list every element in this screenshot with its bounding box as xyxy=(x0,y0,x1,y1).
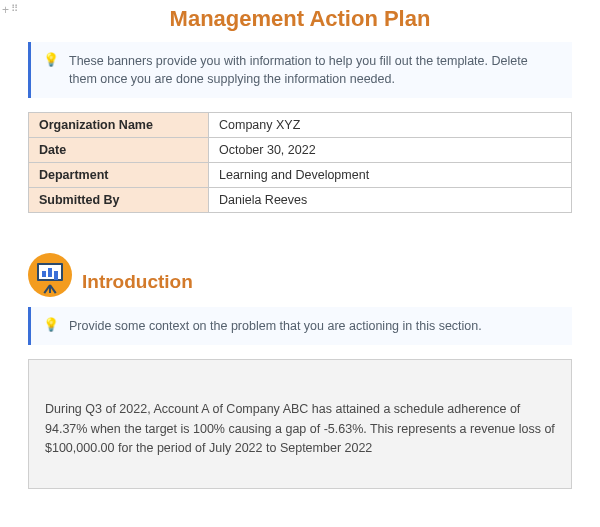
table-row: Date October 30, 2022 xyxy=(29,138,572,163)
document-page: Management Action Plan 💡 These banners p… xyxy=(0,0,600,489)
info-value[interactable]: Daniela Reeves xyxy=(209,188,572,213)
context-text-block[interactable]: During Q3 of 2022, Account A of Company … xyxy=(28,359,572,489)
add-block-icon[interactable]: + xyxy=(2,4,9,16)
info-label[interactable]: Organization Name xyxy=(29,113,209,138)
banner-text: Provide some context on the problem that… xyxy=(69,317,482,335)
info-label[interactable]: Submitted By xyxy=(29,188,209,213)
info-value[interactable]: Company XYZ xyxy=(209,113,572,138)
presentation-chart-icon xyxy=(28,253,72,297)
info-table[interactable]: Organization Name Company XYZ Date Octob… xyxy=(28,112,572,213)
info-label[interactable]: Date xyxy=(29,138,209,163)
page-title: Management Action Plan xyxy=(28,0,572,42)
grip-icon[interactable]: ⠿ xyxy=(11,4,17,16)
lightbulb-icon: 💡 xyxy=(43,317,59,334)
table-row: Submitted By Daniela Reeves xyxy=(29,188,572,213)
info-value[interactable]: Learning and Development xyxy=(209,163,572,188)
section-title: Introduction xyxy=(82,257,193,293)
info-banner-top[interactable]: 💡 These banners provide you with informa… xyxy=(28,42,572,98)
banner-text: These banners provide you with informati… xyxy=(69,52,558,88)
lightbulb-icon: 💡 xyxy=(43,52,59,69)
block-drag-handle[interactable]: + ⠿ xyxy=(2,4,17,16)
context-body[interactable]: During Q3 of 2022, Account A of Company … xyxy=(45,400,555,458)
info-label[interactable]: Department xyxy=(29,163,209,188)
table-row: Department Learning and Development xyxy=(29,163,572,188)
section-header-introduction: Introduction xyxy=(28,253,572,297)
table-row: Organization Name Company XYZ xyxy=(29,113,572,138)
info-banner-intro[interactable]: 💡 Provide some context on the problem th… xyxy=(28,307,572,345)
info-value[interactable]: October 30, 2022 xyxy=(209,138,572,163)
